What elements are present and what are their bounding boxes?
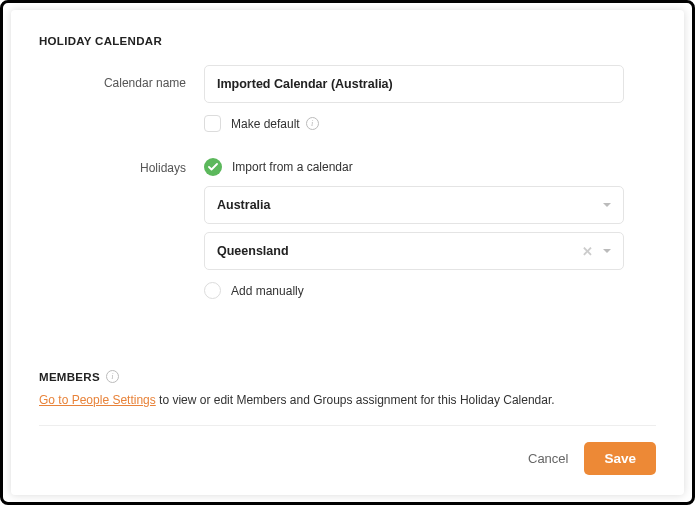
- members-heading: MEMBERS i: [39, 370, 656, 383]
- chevron-down-icon: [603, 203, 611, 207]
- radio-selected-icon: [204, 158, 222, 176]
- members-description-rest: to view or edit Members and Groups assig…: [156, 393, 555, 407]
- row-calendar-name: Calendar name Make default i: [39, 65, 656, 132]
- region-select[interactable]: Queensland ✕: [204, 232, 624, 270]
- radio-import-label: Import from a calendar: [232, 160, 353, 174]
- holiday-calendar-panel: HOLIDAY CALENDAR Calendar name Make defa…: [11, 10, 684, 495]
- calendar-name-input[interactable]: [204, 65, 624, 103]
- radio-add-manually-label: Add manually: [231, 284, 304, 298]
- save-button[interactable]: Save: [584, 442, 656, 475]
- country-select[interactable]: Australia: [204, 186, 624, 224]
- radio-add-manually-row[interactable]: Add manually: [204, 282, 624, 299]
- section-title-holiday-calendar: HOLIDAY CALENDAR: [39, 35, 656, 47]
- cancel-button[interactable]: Cancel: [528, 451, 568, 466]
- clear-icon[interactable]: ✕: [582, 245, 593, 258]
- footer-actions: Cancel Save: [39, 442, 656, 475]
- info-icon[interactable]: i: [306, 117, 319, 130]
- info-icon[interactable]: i: [106, 370, 119, 383]
- make-default-label: Make default: [231, 117, 300, 131]
- label-holidays: Holidays: [39, 158, 204, 175]
- make-default-checkbox[interactable]: [204, 115, 221, 132]
- label-calendar-name: Calendar name: [39, 65, 204, 90]
- country-select-value: Australia: [217, 198, 271, 212]
- section-title-members: MEMBERS: [39, 371, 100, 383]
- row-holidays: Holidays Import from a calendar Australi…: [39, 158, 656, 309]
- divider: [39, 425, 656, 426]
- people-settings-link[interactable]: Go to People Settings: [39, 393, 156, 407]
- chevron-down-icon: [603, 249, 611, 253]
- region-select-value: Queensland: [217, 244, 289, 258]
- radio-unselected-icon: [204, 282, 221, 299]
- radio-import-row[interactable]: Import from a calendar: [204, 158, 624, 176]
- members-description: Go to People Settings to view or edit Me…: [39, 393, 656, 407]
- make-default-row: Make default i: [204, 115, 624, 132]
